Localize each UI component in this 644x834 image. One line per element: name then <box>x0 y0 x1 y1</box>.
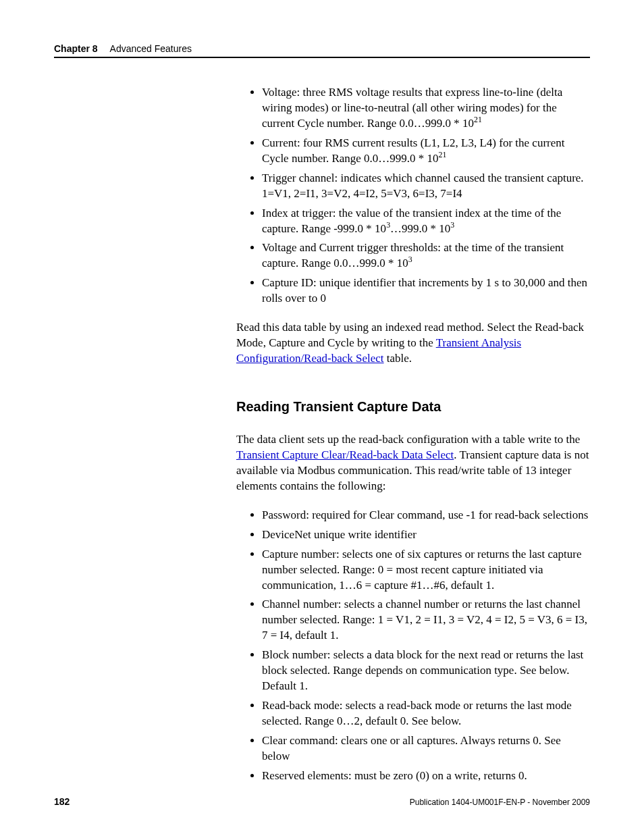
chapter-label: Chapter 8 <box>54 43 98 54</box>
list-item: DeviceNet unique write identifier <box>262 527 590 543</box>
text: Current: four RMS current results (L1, L… <box>262 136 565 165</box>
superscript: 3 <box>450 220 454 230</box>
list-item: Reserved elements: must be zero (0) on a… <box>262 768 590 784</box>
running-header: Chapter 8 Advanced Features <box>54 43 590 54</box>
list-item: Capture ID: unique identifier that incre… <box>262 276 590 307</box>
text: Read this data table by using an indexed… <box>236 321 584 349</box>
text: Voltage and Current trigger thresholds: … <box>262 241 564 269</box>
list-item: Read-back mode: selects a read-back mode… <box>262 698 590 729</box>
superscript: 21 <box>474 115 482 124</box>
list-item: Capture number: selects one of six captu… <box>262 547 590 594</box>
chapter-title: Advanced Features <box>110 43 192 54</box>
link-transient-clear[interactable]: Transient Capture Clear/Read-back Data S… <box>236 448 454 461</box>
section-heading: Reading Transient Capture Data <box>236 398 590 416</box>
text: Voltage: three RMS voltage results that … <box>262 86 562 130</box>
list-item: Voltage: three RMS voltage results that … <box>262 85 590 132</box>
body-column: Voltage: three RMS voltage results that … <box>236 85 590 784</box>
bullet-list-1: Voltage: three RMS voltage results that … <box>236 85 590 307</box>
list-item: Clear command: clears one or all capture… <box>262 733 590 764</box>
list-item: Block number: selects a data block for t… <box>262 648 590 694</box>
page-footer: 182 Publication 1404-UM001F-EN-P - Novem… <box>54 796 590 807</box>
paragraph: The data client sets up the read-back co… <box>236 432 590 494</box>
list-item: Trigger channel: indicates which channel… <box>262 171 590 202</box>
list-item: Voltage and Current trigger thresholds: … <box>262 240 590 271</box>
text: table. <box>384 352 412 365</box>
superscript: 3 <box>408 255 412 265</box>
page-number: 182 <box>54 796 70 807</box>
list-item: Channel number: selects a channel number… <box>262 597 590 644</box>
list-item: Index at trigger: the value of the trans… <box>262 206 590 237</box>
text: The data client sets up the read-back co… <box>236 433 580 446</box>
bullet-list-2: Password: required for Clear command, us… <box>236 508 590 784</box>
text: …999.0 * 10 <box>390 222 450 235</box>
publication-id: Publication 1404-UM001F-EN-P - November … <box>410 798 590 807</box>
header-rule <box>54 57 590 58</box>
list-item: Password: required for Clear command, us… <box>262 508 590 523</box>
paragraph: Read this data table by using an indexed… <box>236 320 590 367</box>
page: Chapter 8 Advanced Features Voltage: thr… <box>0 0 644 834</box>
list-item: Current: four RMS current results (L1, L… <box>262 136 590 167</box>
superscript: 21 <box>439 150 447 159</box>
